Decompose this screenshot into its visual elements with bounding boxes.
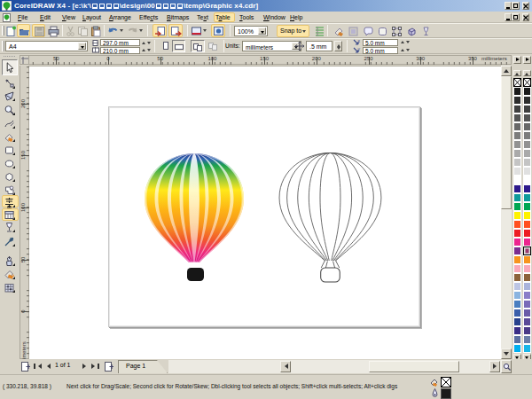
svg-text:x: x [358, 39, 361, 43]
svg-text:y: y [358, 47, 361, 51]
